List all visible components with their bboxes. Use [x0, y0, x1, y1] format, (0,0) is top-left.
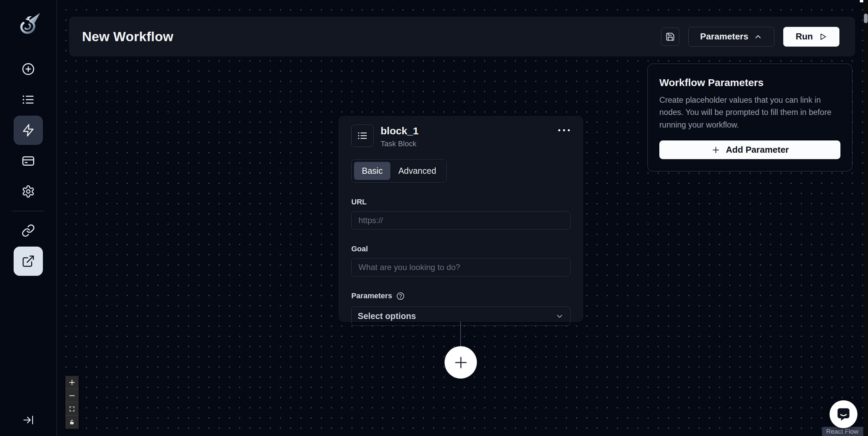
run-button-label: Run	[795, 31, 813, 42]
parameters-field-label: Parameters	[351, 291, 570, 300]
canvas-controls	[65, 376, 79, 429]
goal-input[interactable]	[351, 258, 570, 276]
chevron-down-icon	[555, 312, 564, 321]
node-mode-tabs: Basic Advanced	[351, 159, 447, 183]
header-actions: Parameters Run	[661, 27, 839, 47]
link-icon	[21, 224, 35, 237]
workflow-parameters-title: Workflow Parameters	[659, 77, 840, 88]
chevron-up-icon	[754, 32, 762, 41]
node-title: block_1	[381, 125, 419, 137]
fit-view-button[interactable]	[65, 402, 79, 416]
ellipsis-icon	[558, 129, 560, 131]
sidebar-item-tasks[interactable]	[14, 85, 43, 114]
list-icon	[21, 93, 35, 106]
page-title: New Workflow	[82, 29, 173, 44]
workflow-editor-app: New Workflow Parameters Run	[0, 0, 868, 436]
lock-icon	[69, 419, 75, 425]
task-block-node[interactable]: block_1 Task Block Basic Advanced URL Go…	[339, 116, 583, 322]
add-parameter-button[interactable]: Add Parameter	[659, 140, 840, 159]
list-icon	[357, 130, 368, 141]
sidebar-item-workflows[interactable]	[14, 116, 43, 145]
tab-advanced[interactable]: Advanced	[390, 162, 444, 180]
fit-view-icon	[69, 406, 75, 412]
plus-icon	[711, 145, 721, 155]
scrollbar-top-cap	[860, 0, 863, 2]
url-input[interactable]	[351, 211, 570, 230]
node-titles: block_1 Task Block	[381, 124, 419, 148]
scrollbar-track[interactable]	[863, 0, 868, 436]
sidebar-divider	[13, 211, 44, 211]
zoom-out-button[interactable]	[65, 389, 79, 402]
minus-icon	[68, 392, 76, 399]
sidebar-item-integrations[interactable]	[14, 216, 43, 245]
workflow-header: New Workflow Parameters Run	[69, 17, 855, 56]
plus-icon	[68, 379, 76, 386]
sidebar-item-settings[interactable]	[14, 177, 43, 206]
tab-basic[interactable]: Basic	[354, 162, 390, 180]
credit-card-icon	[21, 154, 35, 168]
sidebar-item-external[interactable]	[14, 247, 43, 276]
scrollbar-thumb[interactable]	[864, 14, 868, 23]
node-type-icon-box	[351, 124, 374, 147]
zoom-in-button[interactable]	[65, 376, 79, 389]
parameters-button-label: Parameters	[700, 31, 749, 42]
save-icon	[665, 32, 675, 41]
add-parameter-label: Add Parameter	[726, 145, 789, 155]
url-field-label: URL	[351, 198, 570, 206]
node-menu-button[interactable]	[558, 124, 570, 136]
sidebar	[0, 0, 57, 436]
workflow-parameters-panel: Workflow Parameters Create placeholder v…	[647, 64, 852, 171]
run-button[interactable]: Run	[783, 27, 839, 47]
add-node-button[interactable]	[445, 346, 477, 379]
chat-support-button[interactable]	[830, 400, 857, 428]
parameters-select-placeholder: Select options	[358, 311, 416, 321]
play-icon	[818, 32, 827, 41]
node-subtitle: Task Block	[381, 139, 419, 148]
sidebar-item-create[interactable]	[14, 54, 43, 84]
gear-icon	[21, 185, 35, 198]
question-circle-icon[interactable]	[396, 292, 405, 300]
save-button[interactable]	[661, 28, 679, 46]
plus-icon	[453, 355, 469, 370]
parameters-toggle-button[interactable]: Parameters	[688, 27, 775, 47]
chat-bubble-icon	[836, 407, 851, 422]
lightning-icon	[21, 123, 35, 137]
react-flow-attribution[interactable]: React Flow	[822, 427, 863, 436]
parameters-select[interactable]: Select options	[351, 306, 570, 326]
sidebar-expand-button[interactable]	[22, 414, 34, 427]
arrow-right-to-line-icon	[22, 414, 34, 426]
workflow-parameters-description: Create placeholder values that you can l…	[659, 94, 840, 131]
skyvern-dragon-logo	[13, 10, 44, 41]
plus-circle-icon	[21, 62, 35, 76]
external-link-icon	[21, 254, 35, 268]
sidebar-item-billing[interactable]	[14, 146, 43, 175]
node-header: block_1 Task Block	[351, 124, 570, 148]
goal-field-label: Goal	[351, 245, 570, 253]
lock-button[interactable]	[65, 416, 79, 429]
